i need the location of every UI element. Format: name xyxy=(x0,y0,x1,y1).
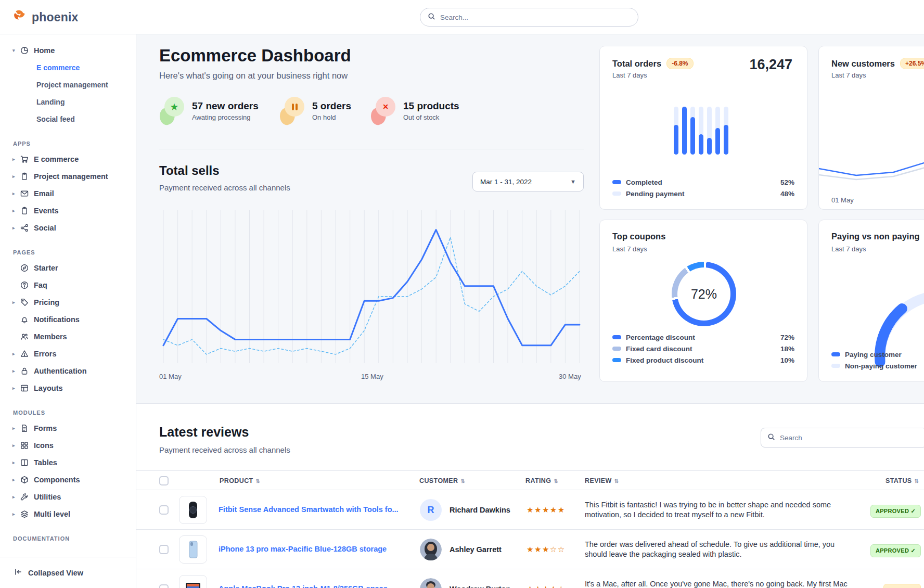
column-header-label: RATING xyxy=(525,477,551,484)
sidebar-item-label: Notifications xyxy=(34,315,80,324)
sidebar-item-home[interactable]: ▾Home xyxy=(0,42,136,59)
stat-label: On hold xyxy=(312,113,351,121)
main-content: Ecommerce Dashboard Here's what's going … xyxy=(136,34,924,588)
pause-icon xyxy=(285,97,304,117)
sidebar-item-forms[interactable]: ▸Forms xyxy=(0,419,136,437)
sidebar-item-label: Events xyxy=(34,207,59,215)
caret-right-icon: ▸ xyxy=(12,157,20,162)
reviews-search[interactable] xyxy=(761,428,924,448)
legend-row-pending-payment: Pending payment48% xyxy=(612,188,794,199)
rating-stars: ★★★★★ xyxy=(527,505,566,515)
status-badge: APPROVED ✓ xyxy=(870,505,921,518)
star-icon: ★ xyxy=(164,97,184,117)
clipboard-icon xyxy=(20,172,34,181)
sidebar-item-label: Pricing xyxy=(34,298,59,306)
order-bar-fill xyxy=(699,134,703,155)
sidebar-item-notifications[interactable]: Notifications xyxy=(0,311,136,328)
sidebar-item-label: Forms xyxy=(34,424,57,432)
sidebar-item-utilities[interactable]: ▸Utilities xyxy=(0,488,136,505)
trend-badge: -6.8% xyxy=(666,58,693,69)
sidebar-item-events[interactable]: ▸Events xyxy=(0,202,136,219)
column-header-product[interactable]: PRODUCT⇅ xyxy=(220,471,260,491)
sidebar-subitem-social-feed[interactable]: Social feed xyxy=(0,110,136,127)
select-all-checkbox[interactable] xyxy=(159,476,169,485)
sidebar-item-errors[interactable]: ▸Errors xyxy=(0,345,136,362)
caret-right-icon: ▸ xyxy=(12,494,20,500)
sidebar-subitem-e-commerce[interactable]: E commerce xyxy=(0,59,136,76)
product-link[interactable]: Apple MacBook Pro 13 inch-M1-8/256GB-spa… xyxy=(219,584,401,588)
review-text: It's a Mac, after all. Once you've gone … xyxy=(585,579,851,588)
legend-swatch xyxy=(612,347,621,351)
sidebar-item-tables[interactable]: ▸Tables xyxy=(0,454,136,471)
column-header-status[interactable]: STATUS⇅ xyxy=(886,471,919,491)
stat-text: 57 new ordersAwating processing xyxy=(192,100,259,121)
column-header-customer[interactable]: CUSTOMER⇅ xyxy=(419,471,465,491)
column-header-rating[interactable]: RATING⇅ xyxy=(525,471,558,491)
sidebar-item-pricing[interactable]: ▸Pricing xyxy=(0,293,136,311)
product-image xyxy=(179,496,207,524)
order-bar xyxy=(724,107,728,155)
sort-icon: ⇅ xyxy=(554,478,558,484)
sidebar-item-project-management[interactable]: ▸Project management xyxy=(0,168,136,185)
row-checkbox[interactable] xyxy=(159,545,169,554)
sidebar-item-label: Authentication xyxy=(34,367,87,375)
sidebar-item-starter[interactable]: Starter xyxy=(0,259,136,276)
ecommerce-dashboard-app: phoenix ▾HomeE commerceProject managemen… xyxy=(0,0,924,588)
box-icon xyxy=(20,476,34,484)
sidebar-item-authentication[interactable]: ▸Authentication xyxy=(0,362,136,379)
product-link[interactable]: iPhone 13 pro max-Pacific Blue-128GB sto… xyxy=(219,545,401,553)
legend-value: 72% xyxy=(780,334,794,341)
global-search-input[interactable] xyxy=(440,14,631,21)
column-header-label: STATUS xyxy=(886,477,912,484)
date-range-select[interactable]: Mar 1 - 31, 2022 ▼ xyxy=(472,172,584,191)
order-bar-fill xyxy=(690,117,695,155)
sidebar-item-multi-level[interactable]: ▸Multi level xyxy=(0,505,136,522)
avatar xyxy=(420,539,442,560)
sidebar-item-label: E commerce xyxy=(34,155,79,163)
stat-label: Awating processing xyxy=(192,113,259,121)
order-bar-fill xyxy=(674,125,678,155)
sidebar-item-icons[interactable]: ▸Icons xyxy=(0,437,136,454)
sidebar-item-members[interactable]: Members xyxy=(0,328,136,345)
sidebar-item-label: Utilities xyxy=(34,493,61,501)
sidebar-item-components[interactable]: ▸Components xyxy=(0,471,136,488)
reviews-table-header: PRODUCT⇅CUSTOMER⇅RATING⇅REVIEW⇅STATUS⇅ xyxy=(136,470,924,490)
caret-right-icon: ▸ xyxy=(12,386,20,391)
sidebar-item-label: Components xyxy=(34,476,80,484)
x-axis-label: 01 May xyxy=(159,373,182,380)
sidebar-item-label: Home xyxy=(34,46,55,55)
card-period: Last 7 days xyxy=(612,245,647,253)
sidebar-item-e-commerce[interactable]: ▸E commerce xyxy=(0,150,136,168)
calendar-icon xyxy=(20,207,34,215)
new-customers-chart xyxy=(819,134,924,196)
column-header-review[interactable]: REVIEW⇅ xyxy=(585,471,619,491)
collapsed-view-toggle[interactable]: Collapsed View xyxy=(0,557,136,588)
row-checkbox[interactable] xyxy=(159,584,169,588)
caret-down-icon: ▾ xyxy=(12,48,20,53)
page-subtitle: Here's what's going on at your business … xyxy=(159,71,348,81)
product-link[interactable]: Fitbit Sense Advanced Smartwatch with To… xyxy=(219,505,401,514)
grid-icon xyxy=(20,441,34,450)
status-badge: PENDING xyxy=(883,584,921,588)
legend-label: Paying customer xyxy=(845,351,924,359)
global-search[interactable] xyxy=(420,8,638,27)
order-bar xyxy=(690,107,695,155)
legend-label: Pending payment xyxy=(626,190,780,198)
sidebar-subitem-project-management[interactable]: Project management xyxy=(0,76,136,93)
legend-label: Non-paying customer xyxy=(845,362,924,370)
sidebar-subitem-landing[interactable]: Landing xyxy=(0,93,136,110)
sidebar-item-layouts[interactable]: ▸Layouts xyxy=(0,379,136,397)
row-checkbox[interactable] xyxy=(159,505,169,515)
star-icon: ★ xyxy=(160,97,184,125)
sidebar-item-label: Faq xyxy=(34,281,47,289)
legend-row-completed: Completed52% xyxy=(612,176,794,188)
bell-icon xyxy=(20,315,34,324)
reviews-search-input[interactable] xyxy=(780,434,920,442)
logo[interactable]: phoenix xyxy=(11,0,79,34)
sidebar-item-social[interactable]: ▸Social xyxy=(0,219,136,236)
sidebar-item-faq[interactable]: Faq xyxy=(0,276,136,293)
legend-row-percentage-discount: Percentage discount72% xyxy=(612,331,794,343)
avatar: R xyxy=(420,499,442,521)
sidebar-item-email[interactable]: ▸Email xyxy=(0,185,136,202)
sort-icon: ⇅ xyxy=(256,478,261,484)
